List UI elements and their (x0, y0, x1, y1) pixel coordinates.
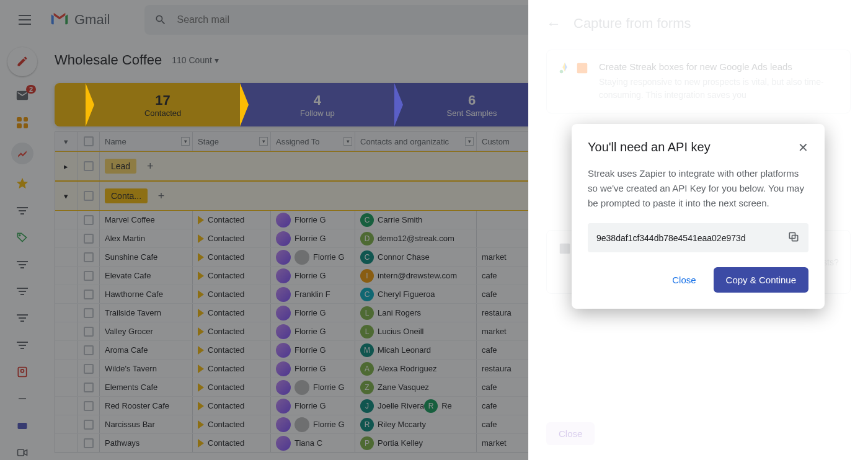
modal-title: You'll need an API key (588, 140, 711, 154)
close-icon[interactable]: ✕ (798, 140, 808, 155)
modal-close-button[interactable]: Close (662, 267, 706, 293)
copy-icon[interactable] (787, 231, 800, 245)
modal-body-text: Streak uses Zapier to integrate with oth… (588, 166, 808, 211)
copy-continue-button[interactable]: Copy & Continue (714, 267, 808, 293)
api-key-value[interactable]: 9e38daf1cf344db78e4541eaa02e973d (596, 233, 746, 243)
api-key-box: 9e38daf1cf344db78e4541eaa02e973d (588, 223, 808, 252)
api-key-modal: You'll need an API key ✕ Streak uses Zap… (572, 124, 825, 309)
